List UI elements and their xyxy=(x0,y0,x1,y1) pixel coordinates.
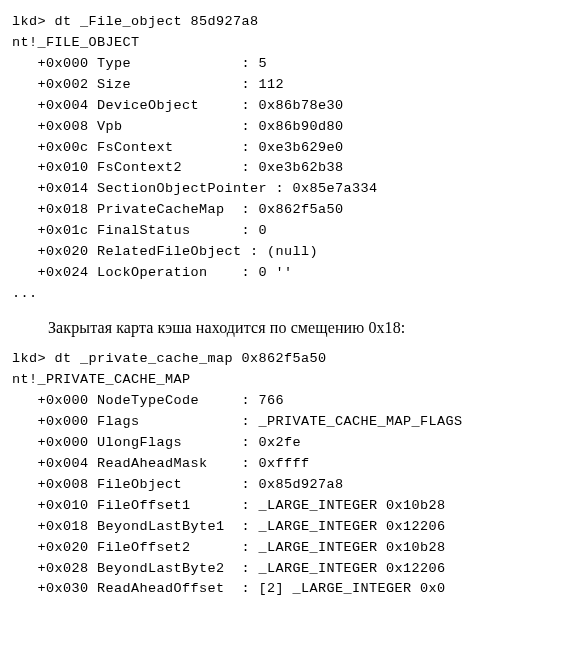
field-line: +0x000 Type : 5 xyxy=(12,54,562,75)
field-line: +0x000 UlongFlags : 0x2fe xyxy=(12,433,562,454)
field-line: +0x004 ReadAheadMask : 0xffff xyxy=(12,454,562,475)
field-line: +0x002 Size : 112 xyxy=(12,75,562,96)
field-line: +0x000 Flags : _PRIVATE_CACHE_MAP_FLAGS xyxy=(12,412,562,433)
struct-name-1: nt!_FILE_OBJECT xyxy=(12,33,562,54)
field-line: +0x014 SectionObjectPointer : 0x85e7a334 xyxy=(12,179,562,200)
field-line: +0x004 DeviceObject : 0x86b78e30 xyxy=(12,96,562,117)
field-line: +0x000 NodeTypeCode : 766 xyxy=(12,391,562,412)
struct-name-2: nt!_PRIVATE_CACHE_MAP xyxy=(12,370,562,391)
field-line: +0x020 RelatedFileObject : (null) xyxy=(12,242,562,263)
field-line: +0x030 ReadAheadOffset : [2] _LARGE_INTE… xyxy=(12,579,562,600)
field-line: +0x028 BeyondLastByte2 : _LARGE_INTEGER … xyxy=(12,559,562,580)
ellipsis: ... xyxy=(12,284,562,305)
field-line: +0x024 LockOperation : 0 '' xyxy=(12,263,562,284)
field-line: +0x018 PrivateCacheMap : 0x862f5a50 xyxy=(12,200,562,221)
field-line: +0x018 BeyondLastByte1 : _LARGE_INTEGER … xyxy=(12,517,562,538)
field-line: +0x010 FileOffset1 : _LARGE_INTEGER 0x10… xyxy=(12,496,562,517)
debugger-prompt-1: lkd> dt _File_object 85d927a8 xyxy=(12,12,562,33)
field-line: +0x008 Vpb : 0x86b90d80 xyxy=(12,117,562,138)
field-line: +0x00c FsContext : 0xe3b629e0 xyxy=(12,138,562,159)
prose-caption: Закрытая карта кэша находится по смещени… xyxy=(12,317,562,339)
field-line: +0x010 FsContext2 : 0xe3b62b38 xyxy=(12,158,562,179)
page: lkd> dt _File_object 85d927a8 nt!_FILE_O… xyxy=(0,0,570,614)
field-line: +0x008 FileObject : 0x85d927a8 xyxy=(12,475,562,496)
field-line: +0x01c FinalStatus : 0 xyxy=(12,221,562,242)
debugger-prompt-2: lkd> dt _private_cache_map 0x862f5a50 xyxy=(12,349,562,370)
field-line: +0x020 FileOffset2 : _LARGE_INTEGER 0x10… xyxy=(12,538,562,559)
